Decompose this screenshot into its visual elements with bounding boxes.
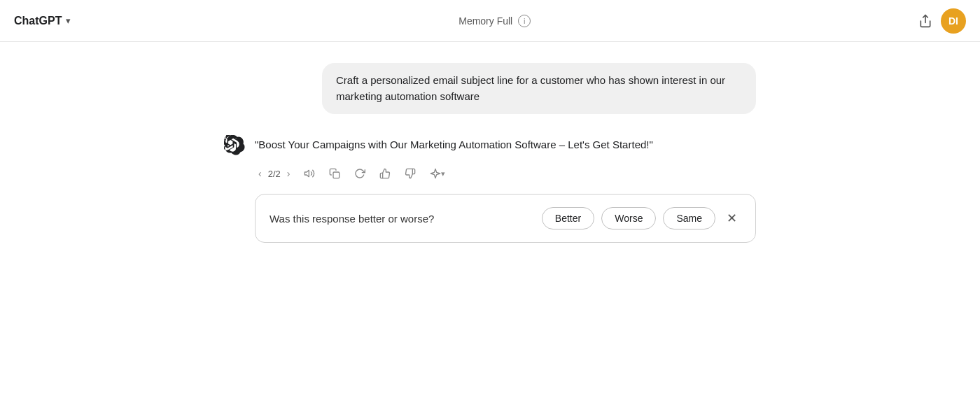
assistant-message-wrapper: "Boost Your Campaigns with Our Marketing…: [224, 134, 756, 243]
copy-button[interactable]: [326, 164, 344, 183]
worse-button[interactable]: Worse: [601, 207, 656, 229]
chatgpt-logo-icon: [224, 135, 245, 156]
memory-label: Memory Full: [458, 15, 512, 27]
topbar: ChatGPT ▾ Memory Full i DI: [0, 0, 980, 42]
feedback-question: Was this response better or worse?: [270, 213, 528, 225]
chevron-down-icon: ▾: [66, 15, 71, 26]
info-icon[interactable]: i: [518, 15, 531, 27]
thumbs-down-button[interactable]: [401, 164, 419, 183]
close-feedback-button[interactable]: ✕: [722, 209, 741, 227]
feedback-box: Was this response better or worse? Bette…: [255, 194, 756, 243]
user-message-bubble: Craft a personalized email subject line …: [322, 63, 756, 114]
user-avatar[interactable]: DI: [941, 8, 966, 34]
app-title: ChatGPT: [14, 15, 62, 27]
page-indicator: 2/2: [268, 169, 281, 179]
speaker-button[interactable]: [300, 164, 318, 183]
nav-controls: ‹ 2/2 ›: [255, 165, 293, 182]
regenerate-button[interactable]: [351, 164, 369, 183]
thumbs-up-button[interactable]: [376, 164, 394, 183]
action-bar: ‹ 2/2 ›: [255, 164, 756, 183]
assistant-row: "Boost Your Campaigns with Our Marketing…: [224, 134, 756, 156]
sparkle-button[interactable]: ▾: [426, 164, 449, 183]
user-message-wrapper: Craft a personalized email subject line …: [224, 63, 756, 114]
share-button[interactable]: [918, 14, 932, 28]
svg-rect-2: [333, 172, 340, 178]
svg-marker-1: [305, 170, 309, 176]
app-title-area[interactable]: ChatGPT ▾: [14, 15, 71, 27]
chat-area: Craft a personalized email subject line …: [224, 42, 756, 264]
topbar-right-area: DI: [918, 8, 966, 34]
next-response-button[interactable]: ›: [284, 165, 294, 182]
better-button[interactable]: Better: [542, 207, 594, 229]
feedback-buttons: Better Worse Same ✕: [542, 207, 741, 229]
assistant-message-text: "Boost Your Campaigns with Our Marketing…: [255, 134, 653, 153]
memory-indicator: Memory Full i: [458, 15, 531, 27]
prev-response-button[interactable]: ‹: [255, 165, 265, 182]
same-button[interactable]: Same: [663, 207, 715, 229]
user-message-text: Craft a personalized email subject line …: [336, 74, 725, 102]
